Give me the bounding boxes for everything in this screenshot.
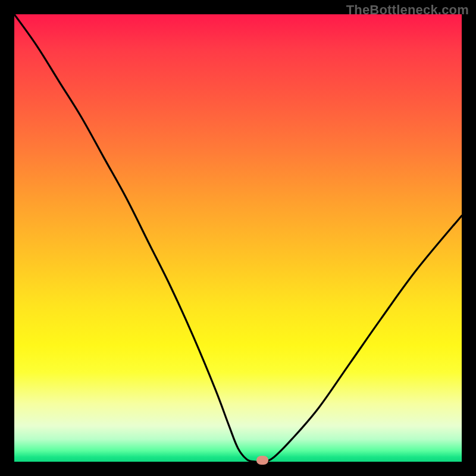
chart-frame: TheBottleneck.com (0, 0, 476, 476)
bottleneck-curve (14, 14, 462, 462)
plot-area (14, 14, 462, 462)
optimum-marker (256, 456, 268, 465)
